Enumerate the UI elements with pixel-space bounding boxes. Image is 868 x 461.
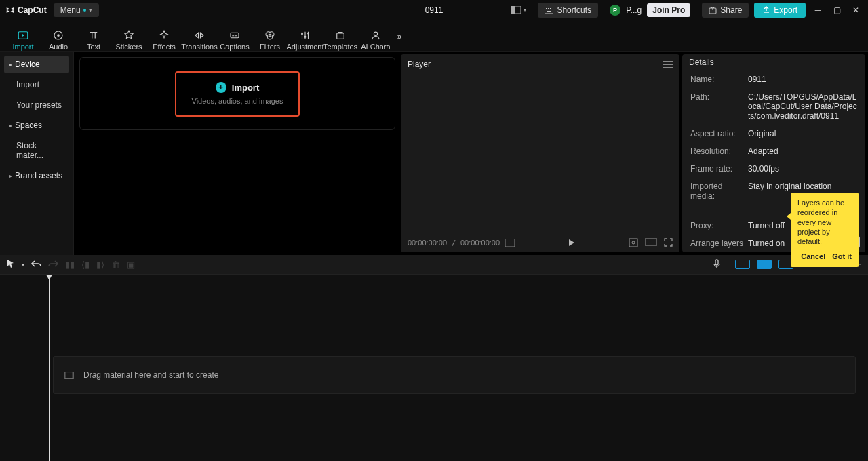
- shortcuts-button[interactable]: Shortcuts: [538, 3, 598, 18]
- sidebar-item-brand[interactable]: ▸ Brand assets: [4, 167, 69, 184]
- sidebar-item-label: Brand assets: [15, 171, 62, 180]
- window-maximize-button[interactable]: ▢: [830, 3, 844, 17]
- tab-label: Stickers: [115, 43, 142, 51]
- import-icon: [17, 29, 29, 41]
- media-zone: + Import Videos, audios, and images: [74, 52, 401, 255]
- svg-rect-4: [548, 8, 549, 9]
- player-controls: 00:00:00:00 / 00:00:00:00: [401, 233, 679, 252]
- tab-label: Import: [12, 43, 33, 51]
- audio-icon: [52, 29, 64, 41]
- svg-rect-6: [547, 11, 551, 12]
- svg-rect-21: [629, 239, 637, 247]
- plus-icon: +: [216, 82, 226, 93]
- sidebar-item-import[interactable]: Import: [4, 76, 69, 94]
- app-logo: CapCut: [5, 5, 47, 15]
- redo-icon: [48, 260, 58, 270]
- svg-rect-24: [715, 260, 718, 265]
- share-button[interactable]: Share: [702, 3, 749, 18]
- sidebar-item-label: Stock mater...: [16, 141, 64, 160]
- layout-icon: [511, 6, 521, 14]
- tooltip-cancel[interactable]: Cancel: [801, 252, 825, 261]
- aichara-icon: [370, 29, 382, 41]
- adjustment-icon: [299, 29, 311, 41]
- tabs-more-button[interactable]: »: [393, 22, 406, 51]
- detail-row-path: Path: C:/Users/TOPGUS/AppData/Local/CapC…: [690, 92, 857, 121]
- project-title: 0911: [425, 5, 443, 15]
- text-icon: [87, 29, 100, 41]
- export-button[interactable]: Export: [754, 3, 806, 18]
- ratio-icon[interactable]: [505, 239, 515, 247]
- mic-icon[interactable]: [713, 259, 721, 270]
- trim-left-icon: ⟨▮: [81, 260, 90, 270]
- playhead[interactable]: [49, 275, 50, 461]
- tab-templates[interactable]: Templates: [323, 22, 358, 51]
- templates-icon: [334, 29, 347, 41]
- detail-key: Path:: [690, 92, 748, 121]
- time-total: 00:00:00:00: [460, 239, 500, 247]
- tab-effects[interactable]: Effects: [146, 22, 182, 51]
- tab-captions[interactable]: Captions: [217, 22, 252, 51]
- detail-key: Resolution:: [690, 146, 748, 156]
- export-label: Export: [774, 5, 797, 15]
- undo-icon[interactable]: [31, 260, 41, 270]
- app-name: CapCut: [18, 5, 47, 15]
- module-tabs: Import Audio Text Stickers Effects Trans…: [0, 20, 868, 52]
- export-icon: [762, 6, 770, 14]
- pointer-tool-icon[interactable]: [7, 259, 15, 270]
- svg-rect-18: [337, 33, 344, 39]
- magnet-off-icon[interactable]: [735, 260, 750, 269]
- player-viewport[interactable]: [401, 75, 679, 233]
- detail-value: Adapted: [748, 146, 778, 156]
- tab-label: Captions: [220, 43, 249, 51]
- avatar[interactable]: P: [610, 5, 620, 16]
- tab-transitions[interactable]: Transitions: [182, 22, 217, 51]
- tab-adjustment[interactable]: Adjustment: [288, 22, 323, 51]
- chevron-down-icon: ▾: [89, 7, 92, 14]
- safe-zone-icon[interactable]: [629, 238, 638, 247]
- menu-button[interactable]: Menu ▾: [54, 3, 99, 17]
- detail-row-name: Name: 0911: [690, 75, 857, 84]
- sidebar-item-device[interactable]: ▸ Device: [4, 56, 69, 73]
- svg-point-17: [307, 33, 309, 35]
- details-title: Details: [689, 58, 714, 67]
- layout-toggle[interactable]: ▾: [511, 6, 526, 14]
- captions-icon: [229, 29, 241, 41]
- sidebar-item-stock[interactable]: Stock mater...: [4, 137, 69, 164]
- chevron-right-icon: ▸: [9, 123, 12, 129]
- menu-dot-icon: [83, 9, 86, 12]
- tab-text[interactable]: Text: [76, 22, 111, 51]
- keyboard-icon: [545, 7, 553, 14]
- play-button[interactable]: [515, 239, 629, 246]
- join-pro-button[interactable]: Join Pro: [647, 3, 690, 17]
- chevron-down-icon[interactable]: ▾: [22, 262, 24, 268]
- detail-value: 0911: [748, 75, 766, 84]
- magnet-on-icon[interactable]: [757, 260, 772, 269]
- tab-import[interactable]: Import: [5, 22, 41, 51]
- split-icon: ▮▮: [65, 260, 75, 270]
- tab-stickers[interactable]: Stickers: [111, 22, 146, 51]
- player-menu-icon[interactable]: [663, 61, 673, 68]
- tab-aichara[interactable]: AI Chara: [358, 22, 393, 51]
- fullscreen-icon[interactable]: [664, 238, 673, 247]
- sidebar-item-label: Your presets: [16, 100, 62, 110]
- tab-filters[interactable]: Filters: [252, 22, 288, 51]
- window-close-button[interactable]: ✕: [849, 3, 863, 17]
- import-button[interactable]: + Import Videos, audios, and images: [175, 71, 300, 117]
- tab-label: AI Chara: [361, 43, 390, 51]
- share-label: Share: [720, 5, 742, 15]
- svg-rect-2: [545, 7, 553, 14]
- svg-rect-23: [645, 239, 657, 245]
- timeline-dropzone[interactable]: Drag material here and start to create: [53, 356, 856, 394]
- detail-key: Imported media:: [690, 182, 748, 201]
- tab-audio[interactable]: Audio: [41, 22, 76, 51]
- titlebar: CapCut Menu ▾ 0911 ▾ Shortcuts P P...g J…: [0, 0, 868, 20]
- window-minimize-button[interactable]: ─: [811, 3, 825, 17]
- svg-rect-3: [546, 8, 547, 9]
- tooltip-gotit[interactable]: Got it: [832, 252, 852, 261]
- timeline[interactable]: Drag material here and start to create: [0, 274, 868, 461]
- ratio-select-icon[interactable]: [645, 238, 657, 246]
- svg-point-15: [301, 33, 303, 35]
- divider: [604, 5, 604, 16]
- sidebar-item-spaces[interactable]: ▸ Spaces: [4, 117, 69, 134]
- sidebar-item-presets[interactable]: Your presets: [4, 96, 69, 114]
